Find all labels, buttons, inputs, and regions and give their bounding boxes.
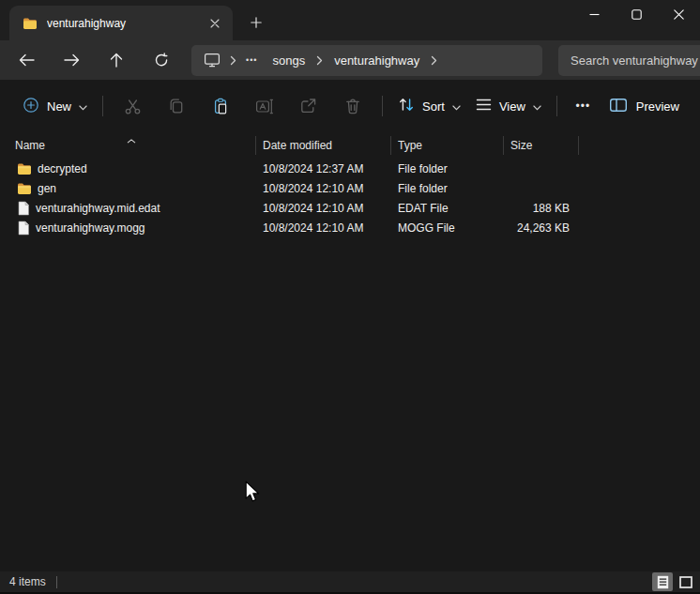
sort-button-label: Sort [422,99,445,114]
file-row[interactable]: gen 10/8/2024 12:10 AM File folder [0,178,700,198]
maximize-icon[interactable] [616,0,658,29]
tab-title: venturahighway [47,17,203,30]
file-name-cell: gen [0,181,256,196]
chevron-down-icon [452,99,461,114]
file-list: decrypted 10/8/2024 12:37 AM File folder… [0,159,700,237]
column-header-type[interactable]: Type [391,136,504,155]
command-bar: New [0,80,700,132]
address-bar[interactable]: ••• songs venturahighway [191,45,542,76]
delete-icon[interactable] [334,89,371,123]
minimize-icon[interactable] [573,0,616,29]
folder-icon [17,161,32,176]
file-row[interactable]: venturahighway.mogg 10/8/2024 12:10 AM M… [0,218,700,237]
status-divider [56,576,57,588]
chevron-down-icon [533,99,541,114]
see-more-icon[interactable]: ••• [565,89,601,123]
sort-ascending-caret-icon [127,133,136,146]
copy-icon[interactable] [159,89,195,123]
view-button-label: View [499,99,525,114]
file-name: venturahighway.mogg [36,221,145,235]
sort-button[interactable]: Sort [390,89,468,123]
file-type: File folder [391,182,504,195]
folder-icon [23,16,38,31]
file-name-cell: decrypted [0,161,256,176]
breadcrumb-songs[interactable]: songs [264,48,313,72]
toolbar-divider [382,96,383,116]
view-button[interactable]: View [468,89,549,123]
empty-area [0,237,700,571]
navigation-bar: ••• songs venturahighway Search venturah… [0,40,700,80]
file-date: 10/8/2024 12:10 AM [256,202,391,215]
file-name-cell: venturahighway.mid.edat [0,201,256,216]
toolbar-divider [102,96,103,116]
view-toggles [652,572,696,591]
preview-pane-icon [609,98,628,115]
file-icon [17,201,30,216]
forward-icon[interactable] [53,44,90,76]
view-lines-icon [476,99,492,114]
refresh-icon[interactable] [143,44,180,76]
file-name-cell: venturahighway.mogg [0,221,256,236]
toolbar-divider [556,96,557,116]
file-row[interactable]: venturahighway.mid.edat 10/8/2024 12:10 … [0,198,700,218]
back-icon[interactable] [8,44,45,76]
file-name: gen [38,182,56,195]
this-pc-icon[interactable] [197,48,227,72]
file-date: 10/8/2024 12:10 AM [256,182,391,195]
file-type: File folder [391,162,504,175]
new-button-label: New [47,99,71,114]
file-type: EDAT File [391,202,504,215]
new-button[interactable]: New [15,89,95,123]
file-icon [17,221,30,236]
file-size: 24,263 KB [504,221,579,235]
chevron-right-icon[interactable] [227,55,239,66]
column-header-date-modified[interactable]: Date modified [256,136,391,155]
preview-button[interactable]: Preview [601,89,687,123]
large-icons-view-icon[interactable] [676,572,696,591]
file-type: MOGG File [391,221,504,235]
column-header-spacer [579,136,700,155]
details-view-icon[interactable] [652,572,673,591]
window-controls [573,0,700,29]
up-icon[interactable] [98,44,135,76]
share-icon[interactable] [290,89,327,123]
title-bar: venturahighway [0,0,700,40]
item-count: 4 items [9,575,46,588]
rename-icon[interactable] [247,89,283,123]
sort-arrows-icon [398,97,415,115]
file-size: 188 KB [504,202,579,215]
column-header-size[interactable]: Size [504,136,579,155]
explorer-tab[interactable]: venturahighway [9,6,233,40]
tab-close-icon[interactable] [203,11,227,36]
file-name: venturahighway.mid.edat [36,202,160,215]
chevron-right-icon[interactable] [428,55,440,66]
close-icon[interactable] [658,0,700,29]
chevron-down-icon [79,99,87,114]
breadcrumb-venturahighway[interactable]: venturahighway [326,48,428,72]
new-tab-icon[interactable] [242,8,270,37]
file-name: decrypted [38,162,87,175]
status-bar: 4 items [0,571,700,592]
new-plus-icon [23,97,39,116]
search-input[interactable]: Search venturahighway [558,45,700,76]
preview-button-label: Preview [636,99,679,114]
file-date: 10/8/2024 12:37 AM [256,162,391,175]
file-explorer-window: venturahighway [0,0,700,594]
paste-icon[interactable] [203,89,239,123]
file-row[interactable]: decrypted 10/8/2024 12:37 AM File folder [0,159,700,178]
file-date: 10/8/2024 12:10 AM [256,221,391,235]
chevron-right-icon[interactable] [313,55,326,66]
cut-icon[interactable] [114,89,151,123]
folder-icon [17,181,32,196]
breadcrumb-overflow-icon[interactable]: ••• [239,48,264,72]
column-headers: Name Date modified Type Size [0,132,700,159]
